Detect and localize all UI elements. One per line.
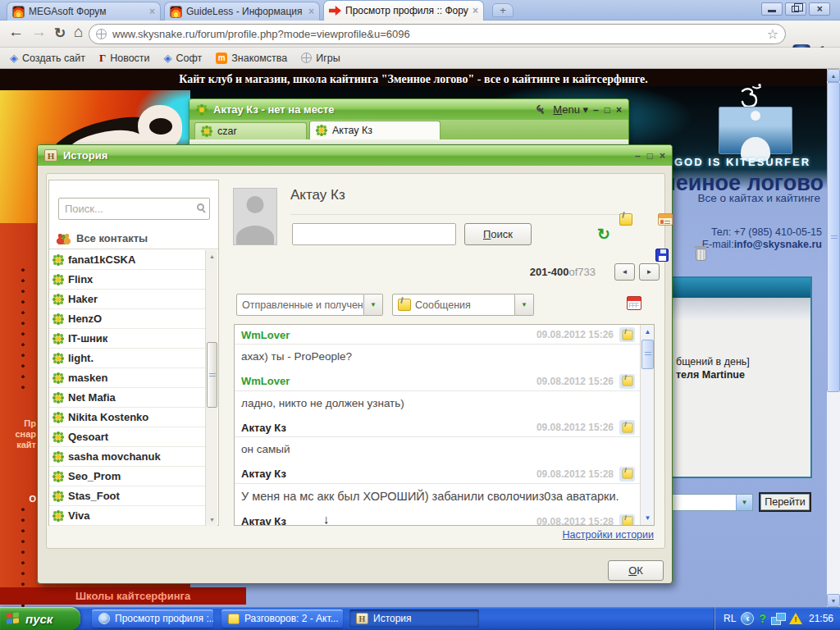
language-indicator[interactable]: RL xyxy=(724,613,736,624)
history-settings-link[interactable]: Настройки истории xyxy=(563,529,654,541)
tab-close-icon[interactable]: × xyxy=(308,7,314,16)
qip-settings-icon[interactable] xyxy=(536,104,546,115)
qip-title-bar[interactable]: Актау Кз - нет на месте Menu ▾ – □ × xyxy=(189,99,628,120)
calendar-icon[interactable] xyxy=(627,296,641,310)
minimize-button[interactable] xyxy=(761,2,783,16)
bookmark-dating[interactable]: m Знакомства xyxy=(212,52,290,64)
history-window[interactable]: H История – □ × Все контакты fanat1kCSKA… xyxy=(37,144,673,584)
scroll-up-icon[interactable]: ▲ xyxy=(207,251,217,262)
contact-row[interactable]: sasha movchanuk xyxy=(49,447,206,467)
save-icon[interactable] xyxy=(655,249,669,262)
contact-row[interactable]: Stas_Foot xyxy=(49,486,206,506)
browser-tab-3-active[interactable]: Просмотр профиля :: Форум × xyxy=(323,0,484,21)
scrollbar-thumb[interactable] xyxy=(207,342,217,408)
tray-help-icon[interactable]: ? xyxy=(759,612,766,625)
scrollbar-thumb[interactable] xyxy=(641,340,654,369)
export-note-icon[interactable] xyxy=(619,213,632,226)
contact-row[interactable]: Flinx xyxy=(49,270,206,290)
contact-card-icon[interactable] xyxy=(658,213,673,226)
message-note-icon[interactable] xyxy=(619,467,635,482)
qip-minimize-button[interactable]: – xyxy=(593,104,599,116)
contact-row[interactable]: Seo_Prom xyxy=(49,467,206,486)
tab-close-icon[interactable]: × xyxy=(149,7,155,16)
scroll-down-button[interactable]: ▼ xyxy=(827,594,840,607)
address-bar[interactable]: www.skysnake.ru/forum/profile.php?mode=v… xyxy=(89,24,786,44)
all-contacts-row[interactable]: Все контакты xyxy=(49,228,218,249)
message-note-icon[interactable] xyxy=(619,327,635,342)
go-button[interactable]: Перейти xyxy=(759,492,811,512)
forward-icon[interactable]: → xyxy=(31,23,47,41)
history-title-bar[interactable]: H История – □ × xyxy=(38,145,672,166)
warning-icon[interactable]: ! xyxy=(789,613,802,624)
taskbar-history-button[interactable]: H История xyxy=(349,609,479,628)
next-page-button[interactable]: ► xyxy=(639,263,660,281)
qip-maximize-button[interactable]: □ xyxy=(605,104,610,116)
message-note-icon[interactable] xyxy=(619,374,635,389)
ok-button[interactable]: ОК xyxy=(608,560,664,581)
back-icon[interactable]: ← xyxy=(8,23,24,41)
contact-row[interactable]: HenzO xyxy=(49,309,206,329)
taskbar-browser-button[interactable]: Просмотр профиля :... xyxy=(92,609,213,628)
scroll-down-icon[interactable]: ▼ xyxy=(641,512,654,524)
scroll-up-button[interactable]: ▲ xyxy=(827,69,840,82)
direction-filter-dropdown[interactable]: Отправленные и получен... xyxy=(236,294,364,316)
new-tab-button[interactable]: + xyxy=(492,3,514,17)
qip-close-button[interactable]: × xyxy=(616,104,622,116)
scrollbar-thumb[interactable] xyxy=(827,82,840,392)
schools-strip[interactable]: Школы кайтсерфинга xyxy=(0,587,246,605)
tab-close-icon[interactable]: × xyxy=(472,6,478,16)
browser-scrollbar[interactable]: ▲ ▼ xyxy=(827,69,840,607)
bookmark-create-site[interactable]: ◈ Создать сайт xyxy=(7,52,89,64)
bookmark-news[interactable]: Г Новости xyxy=(96,52,153,65)
history-close-button[interactable]: × xyxy=(660,150,665,162)
message-note-icon[interactable] xyxy=(619,514,635,526)
contact-row[interactable]: masken xyxy=(49,368,206,388)
scroll-down-icon[interactable]: ▼ xyxy=(207,514,217,525)
clock[interactable]: 21:56 xyxy=(807,613,833,624)
contact-row[interactable]: fanat1kCSKA xyxy=(49,250,206,270)
bookmark-star-icon[interactable]: ☆ xyxy=(767,26,778,42)
message-history-list[interactable]: WmLover 09.08.2012 15:26 ахах) ты - ProP… xyxy=(234,324,655,526)
url-text[interactable]: www.skysnake.ru/forum/profile.php?mode=v… xyxy=(112,28,761,40)
prev-page-button[interactable]: ◄ xyxy=(614,263,635,281)
bookmark-soft[interactable]: ◈ Софт xyxy=(161,52,206,64)
dropdown-arrow-icon[interactable]: ▼ xyxy=(364,294,383,316)
browser-tab-1[interactable]: MEGAsoft Форум × xyxy=(7,2,161,21)
history-search-input[interactable] xyxy=(292,223,456,245)
tray-collapse-icon[interactable]: ‹ xyxy=(741,612,754,625)
dropdown-arrow-icon[interactable]: ▼ xyxy=(515,294,534,316)
chat-tab-czar[interactable]: czar xyxy=(194,122,307,139)
close-button[interactable]: × xyxy=(809,2,830,16)
contact-row[interactable]: Haker xyxy=(49,290,206,309)
home-icon[interactable]: ⌂ xyxy=(74,23,83,41)
dropdown-arrow-icon[interactable]: ▼ xyxy=(736,495,752,510)
restore-button[interactable] xyxy=(785,2,806,16)
contacts-scrollbar[interactable]: ▲ ▼ xyxy=(205,250,217,526)
contact-row[interactable]: light. xyxy=(49,349,206,368)
type-filter-dropdown[interactable]: Сообщения xyxy=(392,294,515,316)
scroll-up-icon[interactable]: ▲ xyxy=(641,326,654,338)
chat-tab-aktau-active[interactable]: Актау Кз xyxy=(309,121,441,139)
qip-menu-button[interactable]: Menu ▾ xyxy=(553,103,588,116)
contact-row[interactable]: IT-шник xyxy=(49,329,206,349)
messages-scrollbar[interactable]: ▲ ▼ xyxy=(640,325,654,525)
refresh-icon[interactable]: ↻ xyxy=(597,226,610,242)
contact-row[interactable]: Qesoart xyxy=(49,427,206,447)
search-button[interactable]: Поиск xyxy=(464,223,532,245)
email-address[interactable]: info@skysnake.ru xyxy=(734,239,822,250)
message-note-icon[interactable] xyxy=(619,420,635,435)
start-button[interactable]: пуск xyxy=(0,607,80,630)
contact-search-input[interactable] xyxy=(58,198,210,220)
contact-row[interactable]: Viva xyxy=(49,506,206,526)
bookmark-games[interactable]: Игры xyxy=(298,52,343,64)
contact-search[interactable] xyxy=(58,198,210,220)
delete-icon[interactable] xyxy=(696,249,706,261)
contact-row[interactable]: Nikita Kostenko xyxy=(49,408,206,427)
history-minimize-button[interactable]: – xyxy=(635,150,641,162)
contact-row[interactable]: Net Mafia xyxy=(49,388,206,408)
browser-tab-2[interactable]: GuideLess - Информация о по × xyxy=(164,2,320,21)
taskbar-qip-button[interactable]: Разговоров: 2 - Акт... xyxy=(221,609,343,628)
history-maximize-button[interactable]: □ xyxy=(647,150,653,162)
reload-icon[interactable]: ↻ xyxy=(54,25,66,42)
network-icon[interactable] xyxy=(771,613,784,624)
